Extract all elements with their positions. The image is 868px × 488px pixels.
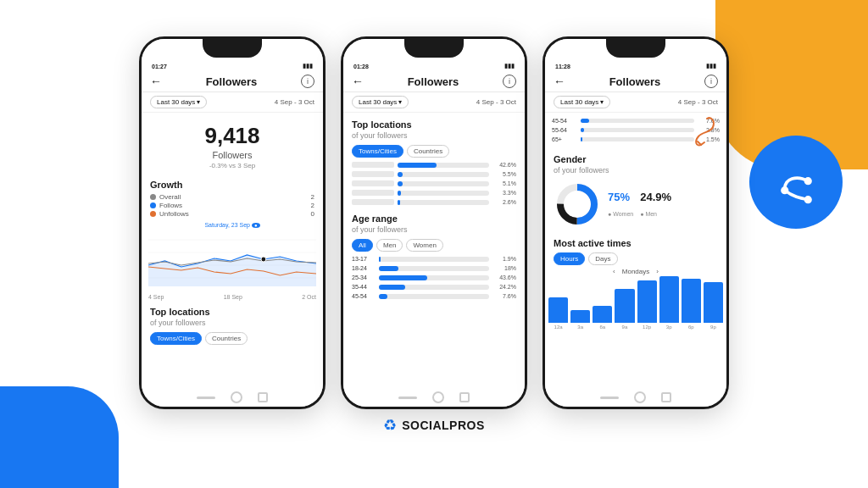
loc-bar-5: 2.6% [343, 197, 525, 207]
phone-3-nav-next[interactable]: › [656, 268, 659, 275]
phone-1-followers-label: Followers [142, 150, 323, 160]
phone-3-tab-days[interactable]: Days [588, 252, 617, 265]
loc-bar-1: 42.6% [343, 160, 525, 169]
main-container: 01:27 ▮▮▮ ← Followers i Last 30 days ▾ 4… [0, 0, 868, 488]
phone-3-back-icon[interactable]: ← [554, 75, 565, 88]
phone-3-bottom-nav [545, 388, 726, 407]
phone-3-gender-subtitle: of your followers [545, 166, 726, 177]
phone-1-nav-home [231, 391, 242, 403]
phone-3-tab-hours[interactable]: Hours [554, 252, 585, 265]
legend-item-follows: Follows 2 [150, 202, 314, 209]
phone-3-gender-chart: 75% ● Women 24.9% ● Men [545, 177, 726, 231]
age-bar-3544: 35-44 24.2% [343, 282, 525, 291]
phone-2-time: 01:28 [353, 64, 369, 69]
phone-3-status-bar: 11:28 ▮▮▮ [545, 58, 726, 71]
phone-2-locations-subtitle: of your followers [343, 131, 525, 142]
logo-text: SOCIALPROS [402, 419, 485, 432]
phone-1-location-tabs: Towns/Cities Countries [142, 330, 323, 347]
phone-1-tab-towns[interactable]: Towns/Cities [150, 332, 202, 345]
phone-2-tab-women[interactable]: Women [406, 239, 442, 252]
bar-fill-12p [637, 280, 657, 323]
phone-2-back-icon[interactable]: ← [352, 75, 364, 88]
phone-2-info-icon[interactable]: i [503, 75, 516, 88]
chart-tooltip: Saturday, 23 Sep ● [142, 222, 323, 228]
phones-row: 01:27 ▮▮▮ ← Followers i Last 30 days ▾ 4… [139, 36, 729, 409]
bar-fill-3p [659, 276, 679, 323]
legend-item-unfollows: Unfollows 0 [150, 210, 314, 218]
gender-label-women: 75% ● Women [608, 189, 633, 219]
phone-1-nav-recent [258, 392, 268, 402]
phone-1-status-bar: 01:27 ▮▮▮ [142, 58, 323, 71]
age-bar-1317: 13-17 1.9% [343, 254, 525, 263]
gender-label-men: 24.9% ● Men [640, 189, 671, 219]
phone-2-tab-towns[interactable]: Towns/Cities [352, 145, 403, 158]
legend-dot-follows [150, 202, 156, 208]
phone-3-top-age-section: 45-54 7.6% 55-64 2.8% 65+ 1.5% [545, 113, 726, 147]
phone-3-active-nav: ‹ Mondays › [545, 268, 726, 275]
loc-bar-2: 5.5% [343, 169, 525, 179]
phone-1-filter-pill[interactable]: Last 30 days ▾ [150, 96, 207, 108]
phone-2-screen: 01:28 ▮▮▮ ← Followers i Last 30 days ▾ 4… [343, 39, 525, 407]
phone-2-location-tabs: Towns/Cities Countries [343, 142, 525, 160]
phone-1-locations-subtitle: of your followers [142, 319, 323, 330]
phone-2-status-bar: 01:28 ▮▮▮ [343, 58, 525, 71]
bar-fill-9p [704, 282, 723, 323]
phone-2-tab-countries[interactable]: Countries [407, 145, 449, 158]
bar-fill-12a [548, 297, 568, 323]
phone-1-notch [203, 39, 262, 58]
phone-2-header: ← Followers i [343, 71, 525, 92]
phone-3-active-title: Most active times [545, 231, 726, 250]
phone-1-nav-back [197, 396, 215, 399]
bar-6p: 6p [682, 279, 701, 330]
phone-2-tab-all[interactable]: All [352, 239, 373, 252]
phone-1-date-range: 4 Sep - 3 Oct [275, 98, 314, 106]
gender-donut [554, 180, 601, 228]
phone-2-age-subtitle: of your followers [343, 225, 525, 236]
bar-fill-3a [570, 310, 590, 323]
bar-3p: 3p [659, 276, 679, 330]
phone-1-big-number: 9,418 [142, 123, 323, 149]
phone-3-screen: 11:28 ▮▮▮ ← Followers i Last 30 days ▾ 4… [545, 39, 726, 407]
phone-1-bottom-nav [142, 388, 323, 407]
phone-3-notch [606, 39, 665, 58]
phone-1-header-title: Followers [206, 75, 258, 88]
phone-1-tab-countries[interactable]: Countries [205, 332, 248, 345]
phone-2-filter-bar: Last 30 days ▾ 4 Sep - 3 Oct [343, 92, 525, 113]
bar-fill-9a [615, 289, 634, 323]
phone-1-back-icon[interactable]: ← [150, 75, 162, 88]
age-bar-4554: 45-54 7.6% [343, 291, 525, 301]
phone-1-growth-legend: Overall 2 Follows 2 [142, 191, 323, 220]
phone-1-change: -0.3% vs 3 Sep [142, 162, 323, 169]
phone-3-nav-home [634, 391, 646, 403]
svg-point-7 [261, 257, 266, 262]
phone-3-filter-pill[interactable]: Last 30 days ▾ [554, 96, 610, 108]
phone-3: 11:28 ▮▮▮ ← Followers i Last 30 days ▾ 4… [542, 36, 729, 409]
logo-icon: ♻ [383, 416, 397, 435]
phone-2-age-tabs: All Men Women [343, 236, 525, 254]
phone-1-chart-labels: 4 Sep 18 Sep 2 Oct [142, 294, 323, 300]
phone-3-nav-label: Mondays [622, 268, 649, 275]
phone-1-growth-title: Growth [142, 173, 323, 191]
phone-1-filter-bar: Last 30 days ▾ 4 Sep - 3 Oct [142, 92, 323, 113]
phone-2-filter-pill[interactable]: Last 30 days ▾ [352, 96, 409, 108]
logo-bar: ♻ SOCIALPROS [383, 416, 485, 435]
phone-2-nav-recent [459, 392, 470, 402]
phone-3-signal: ▮▮▮ [706, 63, 716, 69]
phone-1-time: 01:27 [152, 64, 167, 69]
phone-2-tab-men[interactable]: Men [376, 239, 403, 252]
phone-3-header: ← Followers i [545, 71, 726, 92]
phone-2-header-title: Followers [408, 75, 459, 88]
bar-12a: 12a [548, 297, 568, 330]
bar-9a: 9a [615, 289, 634, 330]
decorative-arrow-svg [677, 114, 720, 148]
phone-1-chart [148, 231, 316, 291]
bar-fill-6a [593, 306, 612, 323]
bar-12p: 12p [637, 280, 657, 330]
bar-6a: 6a [593, 306, 612, 330]
bar-fill-6p [682, 279, 701, 323]
phone-2-age-title: Age range [343, 207, 525, 225]
phone-3-nav-prev[interactable]: ‹ [613, 268, 615, 275]
phone-3-info-icon[interactable]: i [704, 75, 718, 88]
loc-bar-3: 5.1% [343, 179, 525, 188]
phone-1-info-icon[interactable]: i [301, 75, 314, 88]
